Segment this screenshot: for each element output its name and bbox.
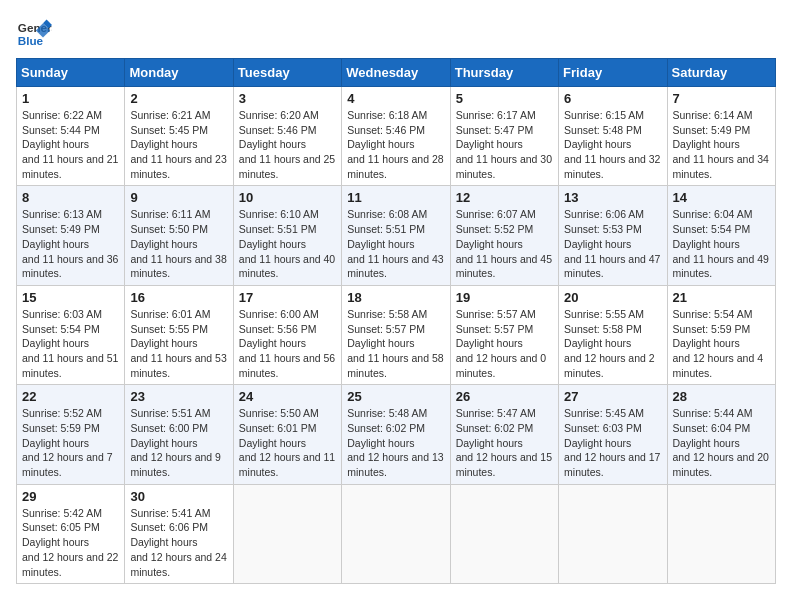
calendar-cell: 30Sunrise: 5:41 AMSunset: 6:06 PMDayligh… [125, 484, 233, 583]
header-wednesday: Wednesday [342, 59, 450, 87]
svg-text:Blue: Blue [18, 34, 44, 47]
header-saturday: Saturday [667, 59, 775, 87]
daylight-duration: and 11 hours and 45 minutes. [456, 253, 552, 280]
daylight-duration: and 11 hours and 21 minutes. [22, 153, 118, 180]
daylight-duration: and 11 hours and 23 minutes. [130, 153, 226, 180]
daylight-hours-label: Daylight hours [456, 138, 523, 150]
calendar-cell: 7Sunrise: 6:14 AMSunset: 5:49 PMDaylight… [667, 87, 775, 186]
daylight-duration: and 11 hours and 47 minutes. [564, 253, 660, 280]
sunset-info: Sunset: 5:53 PM [564, 223, 642, 235]
logo-icon: General Blue [16, 16, 52, 52]
day-number: 5 [456, 91, 553, 106]
sunrise-info: Sunrise: 6:14 AM [673, 109, 753, 121]
sunrise-info: Sunrise: 5:41 AM [130, 507, 210, 519]
calendar-cell [667, 484, 775, 583]
sunset-info: Sunset: 5:56 PM [239, 323, 317, 335]
calendar-cell: 17Sunrise: 6:00 AMSunset: 5:56 PMDayligh… [233, 285, 341, 384]
day-info: Sunrise: 6:01 AMSunset: 5:55 PMDaylight … [130, 307, 227, 380]
day-info: Sunrise: 6:11 AMSunset: 5:50 PMDaylight … [130, 207, 227, 280]
daylight-hours-label: Daylight hours [239, 437, 306, 449]
day-number: 30 [130, 489, 227, 504]
daylight-hours-label: Daylight hours [22, 437, 89, 449]
sunrise-info: Sunrise: 5:58 AM [347, 308, 427, 320]
day-number: 7 [673, 91, 770, 106]
sunset-info: Sunset: 6:03 PM [564, 422, 642, 434]
sunrise-info: Sunrise: 5:47 AM [456, 407, 536, 419]
daylight-hours-label: Daylight hours [22, 238, 89, 250]
sunset-info: Sunset: 5:54 PM [22, 323, 100, 335]
daylight-hours-label: Daylight hours [564, 437, 631, 449]
daylight-duration: and 11 hours and 38 minutes. [130, 253, 226, 280]
sunrise-info: Sunrise: 6:07 AM [456, 208, 536, 220]
day-number: 14 [673, 190, 770, 205]
day-number: 8 [22, 190, 119, 205]
sunset-info: Sunset: 5:52 PM [456, 223, 534, 235]
calendar-cell [450, 484, 558, 583]
sunset-info: Sunset: 5:50 PM [130, 223, 208, 235]
daylight-duration: and 12 hours and 22 minutes. [22, 551, 118, 578]
day-info: Sunrise: 5:57 AMSunset: 5:57 PMDaylight … [456, 307, 553, 380]
sunset-info: Sunset: 5:44 PM [22, 124, 100, 136]
day-info: Sunrise: 5:44 AMSunset: 6:04 PMDaylight … [673, 406, 770, 479]
sunset-info: Sunset: 5:49 PM [22, 223, 100, 235]
day-info: Sunrise: 5:58 AMSunset: 5:57 PMDaylight … [347, 307, 444, 380]
calendar-cell: 29Sunrise: 5:42 AMSunset: 6:05 PMDayligh… [17, 484, 125, 583]
daylight-duration: and 11 hours and 30 minutes. [456, 153, 552, 180]
calendar-week-row: 29Sunrise: 5:42 AMSunset: 6:05 PMDayligh… [17, 484, 776, 583]
daylight-duration: and 12 hours and 17 minutes. [564, 451, 660, 478]
day-number: 26 [456, 389, 553, 404]
daylight-duration: and 11 hours and 49 minutes. [673, 253, 769, 280]
day-number: 17 [239, 290, 336, 305]
day-number: 29 [22, 489, 119, 504]
day-number: 19 [456, 290, 553, 305]
daylight-hours-label: Daylight hours [673, 238, 740, 250]
sunrise-info: Sunrise: 5:54 AM [673, 308, 753, 320]
daylight-hours-label: Daylight hours [22, 536, 89, 548]
sunset-info: Sunset: 5:51 PM [347, 223, 425, 235]
day-info: Sunrise: 6:00 AMSunset: 5:56 PMDaylight … [239, 307, 336, 380]
calendar-cell: 19Sunrise: 5:57 AMSunset: 5:57 PMDayligh… [450, 285, 558, 384]
calendar-cell: 6Sunrise: 6:15 AMSunset: 5:48 PMDaylight… [559, 87, 667, 186]
daylight-hours-label: Daylight hours [239, 238, 306, 250]
header-sunday: Sunday [17, 59, 125, 87]
header-friday: Friday [559, 59, 667, 87]
sunrise-info: Sunrise: 5:45 AM [564, 407, 644, 419]
daylight-hours-label: Daylight hours [130, 238, 197, 250]
daylight-duration: and 12 hours and 13 minutes. [347, 451, 443, 478]
day-info: Sunrise: 6:03 AMSunset: 5:54 PMDaylight … [22, 307, 119, 380]
day-info: Sunrise: 5:52 AMSunset: 5:59 PMDaylight … [22, 406, 119, 479]
day-info: Sunrise: 6:04 AMSunset: 5:54 PMDaylight … [673, 207, 770, 280]
calendar-cell: 11Sunrise: 6:08 AMSunset: 5:51 PMDayligh… [342, 186, 450, 285]
daylight-hours-label: Daylight hours [347, 437, 414, 449]
sunrise-info: Sunrise: 5:42 AM [22, 507, 102, 519]
daylight-duration: and 12 hours and 0 minutes. [456, 352, 547, 379]
sunrise-info: Sunrise: 6:08 AM [347, 208, 427, 220]
sunrise-info: Sunrise: 5:55 AM [564, 308, 644, 320]
daylight-hours-label: Daylight hours [239, 337, 306, 349]
day-info: Sunrise: 5:45 AMSunset: 6:03 PMDaylight … [564, 406, 661, 479]
calendar-header-row: SundayMondayTuesdayWednesdayThursdayFrid… [17, 59, 776, 87]
day-info: Sunrise: 6:13 AMSunset: 5:49 PMDaylight … [22, 207, 119, 280]
day-number: 13 [564, 190, 661, 205]
day-number: 2 [130, 91, 227, 106]
daylight-hours-label: Daylight hours [456, 437, 523, 449]
daylight-duration: and 11 hours and 25 minutes. [239, 153, 335, 180]
calendar-cell: 4Sunrise: 6:18 AMSunset: 5:46 PMDaylight… [342, 87, 450, 186]
day-number: 12 [456, 190, 553, 205]
daylight-hours-label: Daylight hours [239, 138, 306, 150]
calendar-cell: 10Sunrise: 6:10 AMSunset: 5:51 PMDayligh… [233, 186, 341, 285]
sunrise-info: Sunrise: 6:21 AM [130, 109, 210, 121]
sunrise-info: Sunrise: 6:22 AM [22, 109, 102, 121]
day-info: Sunrise: 5:54 AMSunset: 5:59 PMDaylight … [673, 307, 770, 380]
sunset-info: Sunset: 6:04 PM [673, 422, 751, 434]
calendar-cell: 26Sunrise: 5:47 AMSunset: 6:02 PMDayligh… [450, 385, 558, 484]
daylight-duration: and 12 hours and 20 minutes. [673, 451, 769, 478]
day-info: Sunrise: 6:08 AMSunset: 5:51 PMDaylight … [347, 207, 444, 280]
day-number: 21 [673, 290, 770, 305]
day-number: 9 [130, 190, 227, 205]
sunset-info: Sunset: 5:47 PM [456, 124, 534, 136]
calendar-cell: 3Sunrise: 6:20 AMSunset: 5:46 PMDaylight… [233, 87, 341, 186]
calendar-cell: 20Sunrise: 5:55 AMSunset: 5:58 PMDayligh… [559, 285, 667, 384]
day-number: 6 [564, 91, 661, 106]
calendar-cell: 13Sunrise: 6:06 AMSunset: 5:53 PMDayligh… [559, 186, 667, 285]
